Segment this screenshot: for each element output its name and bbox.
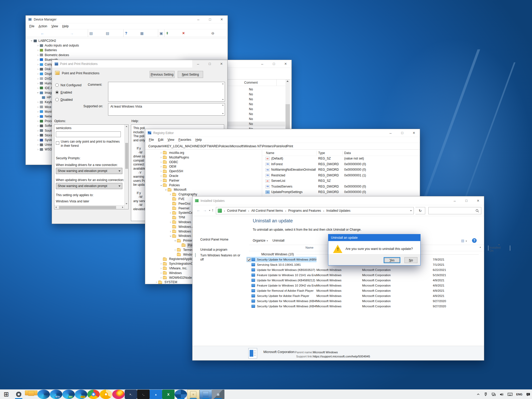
breadcrumb-segment[interactable]: Installed Updates <box>321 209 350 213</box>
chevron-icon[interactable] <box>36 90 40 95</box>
search-input[interactable] <box>428 207 481 214</box>
update-row[interactable]: Feature Update to Windows 10 21H1 via En… <box>192 272 484 278</box>
minimize-button[interactable] <box>192 60 204 68</box>
chevron-icon[interactable] <box>36 86 40 90</box>
network-icon[interactable] <box>491 393 496 396</box>
chevron-icon[interactable] <box>36 133 40 138</box>
breadcrumb-segment[interactable]: Programs and Features <box>283 209 321 213</box>
data-column-header[interactable]: Data <box>344 150 351 156</box>
toolbar-icon[interactable]: ▦ <box>127 29 157 37</box>
registry-value-row[interactable]: 011 InForest REG_DWORD 0x00000000 (0) <box>262 162 420 167</box>
taskbar-app[interactable]: ⊞ <box>0 390 12 399</box>
vertical-scrollbar[interactable] <box>124 125 128 209</box>
name-column-header[interactable]: Name <box>305 246 314 249</box>
chevron-icon[interactable] <box>164 188 168 192</box>
registry-key-item[interactable]: Partner <box>145 178 262 183</box>
forward-icon[interactable]: → <box>203 208 207 212</box>
comment-column-header[interactable]: Comment <box>234 81 268 84</box>
taskbar-app[interactable] <box>87 390 100 399</box>
device-tree-item[interactable]: Biometric devices <box>26 53 228 57</box>
chevron-icon[interactable] <box>36 142 40 147</box>
toolbar-icon[interactable]: ⇞ <box>164 29 169 37</box>
enabled-radio[interactable]: Enabled <box>55 91 72 94</box>
registry-value-row[interactable]: ab (Default) REG_SZ (value not set) <box>262 156 420 162</box>
registry-value-row[interactable]: ab ServerList REG_SZ <box>262 178 420 184</box>
chevron-icon[interactable] <box>36 43 40 48</box>
taskbar-app[interactable]: CAN <box>75 390 87 399</box>
chevron-icon[interactable] <box>159 151 163 155</box>
chevron-icon[interactable] <box>36 128 40 133</box>
update-row[interactable]: Security Update for Microsoft Windows (K… <box>192 304 484 309</box>
taskbar-app[interactable] <box>25 390 37 395</box>
name-column-header[interactable]: Name <box>266 150 274 156</box>
uninstall-command[interactable]: Uninstall <box>272 239 284 242</box>
update-row[interactable]: Update for Microsoft Windows (KB4589212)… <box>192 278 484 283</box>
chevron-icon[interactable] <box>159 183 163 188</box>
chevron-icon[interactable] <box>169 220 172 225</box>
taskbar-app[interactable]: ▲ <box>150 390 162 399</box>
chevron-icon[interactable] <box>159 271 163 276</box>
chevron-icon[interactable] <box>36 57 40 62</box>
up-icon[interactable]: ↑ <box>212 208 214 212</box>
forest-checkbox[interactable] <box>56 141 59 145</box>
scroll-up-icon[interactable] <box>222 83 224 84</box>
chevron-icon[interactable] <box>36 123 40 128</box>
chevron-icon[interactable] <box>159 164 163 169</box>
chevron-icon[interactable] <box>159 160 163 165</box>
taskbar-app[interactable]: BETA <box>50 390 62 399</box>
chevron-icon[interactable] <box>36 67 40 71</box>
scroll-up-icon[interactable] <box>287 81 289 82</box>
taskbar-app[interactable]: ▦ <box>212 390 224 399</box>
close-button[interactable] <box>216 60 227 68</box>
registry-key-item[interactable]: Policies <box>145 183 262 188</box>
scroll-down-icon[interactable] <box>222 99 224 100</box>
language-indicator[interactable]: ENG <box>516 393 522 396</box>
installed-updates-titlebar[interactable]: Installed Updates <box>192 196 484 205</box>
device-manager-titlebar[interactable]: Device Manager <box>26 16 228 23</box>
toolbar-icon[interactable]: ▤ <box>93 29 122 37</box>
chevron-icon[interactable] <box>36 105 40 109</box>
taskbar-app[interactable]: ›_ <box>137 390 150 399</box>
chevron-icon[interactable] <box>169 192 172 197</box>
registry-value-row[interactable]: 011 TrustedServers REG_DWORD 0x00000000 … <box>262 184 420 190</box>
taskbar-app[interactable]: ≡ <box>187 390 200 399</box>
device-tree-item[interactable]: Audio inputs and outputs <box>26 43 228 48</box>
maximize-button[interactable] <box>396 129 408 137</box>
chevron-icon[interactable] <box>36 71 40 76</box>
breadcrumb[interactable]: Control PanelAll Control Panel ItemsProg… <box>216 207 414 214</box>
registry-key-item[interactable]: OpenSSH <box>145 169 262 174</box>
maximize-button[interactable] <box>204 60 216 68</box>
action-center-icon[interactable] <box>526 393 530 396</box>
chevron-icon[interactable] <box>36 100 40 104</box>
registry-value-row[interactable]: 011 UpdatePromptSettings REG_DWORD 0x000… <box>262 189 420 195</box>
taskbar-app[interactable] <box>175 390 187 399</box>
view-mode-icon[interactable]: ▤ <box>461 239 467 243</box>
installed-on-column-header[interactable]: Installed On <box>489 246 501 252</box>
updating-drivers-select[interactable]: Show warning and elevation prompt <box>56 183 122 189</box>
update-row[interactable]: Security Update for Adobe Flash Player M… <box>192 293 484 298</box>
chevron-icon[interactable] <box>36 114 40 119</box>
minimize-button[interactable] <box>256 60 268 68</box>
chevron-icon[interactable] <box>36 147 40 152</box>
device-tree-item[interactable]: LABPC20H2 <box>26 38 228 43</box>
chevron-icon[interactable] <box>36 53 40 57</box>
taskbar-app[interactable] <box>200 390 212 399</box>
registry-address-bar[interactable]: Computer\HKEY_LOCAL_MACHINE\SOFTWARE\Pol… <box>145 143 420 150</box>
scroll-up-icon[interactable] <box>480 247 481 248</box>
menu-item[interactable]: Action <box>36 24 49 29</box>
column-separator[interactable] <box>276 79 277 86</box>
dialog-titlebar[interactable]: Uninstall an update <box>328 234 420 241</box>
row-checkbox[interactable] <box>247 258 250 261</box>
previous-setting-button[interactable]: Previous Setting <box>150 71 175 78</box>
menu-item[interactable]: File <box>27 24 36 29</box>
update-row[interactable]: Update for Microsoft Windows (KB5003537)… <box>192 267 484 272</box>
chevron-icon[interactable] <box>36 109 40 114</box>
chevron-icon[interactable] <box>159 276 163 280</box>
toolbar-icon[interactable]: ? <box>123 29 127 37</box>
keyboard-icon[interactable] <box>508 393 513 396</box>
close-button[interactable] <box>216 16 228 23</box>
support-link-value[interactable]: https://support.microsoft.com/help/50049… <box>313 355 370 358</box>
chevron-icon[interactable] <box>159 178 163 183</box>
close-button[interactable] <box>280 60 291 68</box>
chevron-icon[interactable] <box>159 262 163 266</box>
